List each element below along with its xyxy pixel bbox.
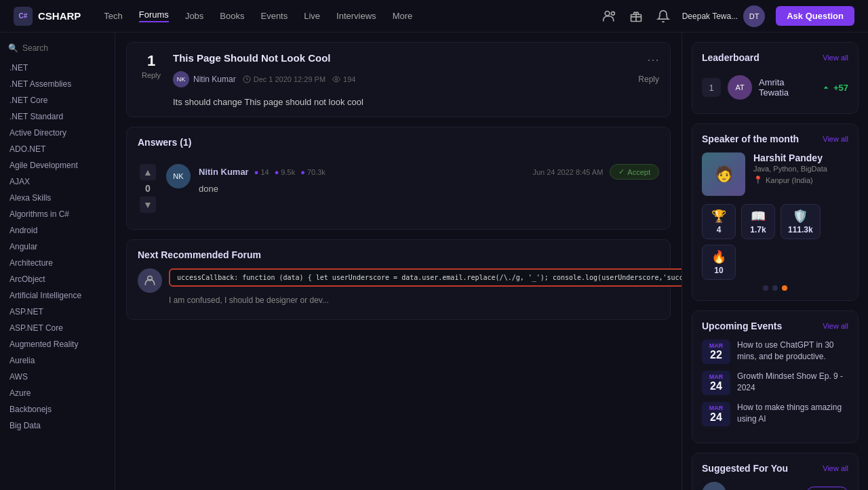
recommended-code[interactable]: uccessCallback: function (data) { let us…	[169, 268, 682, 287]
recommended-section: Next Recommended Forum uccessCallback: f…	[126, 239, 671, 320]
events-view-all[interactable]: View all	[823, 322, 848, 330]
answers-title: Answers (1)	[138, 137, 659, 148]
nav-books[interactable]: Books	[220, 11, 244, 21]
answer-content: Nitin Kumar ● 14 ● 9.5k ● 70.3k Jun 24 2…	[199, 164, 659, 213]
sidebar-item-active-directory[interactable]: Active Directory	[0, 125, 115, 141]
sidebar-item-big-data[interactable]: Big Data	[0, 417, 115, 434]
sidebar-item-ado-net[interactable]: ADO.NET	[0, 141, 115, 157]
question-reply-button[interactable]: Reply	[638, 75, 659, 84]
nav-jobs[interactable]: Jobs	[185, 11, 203, 21]
sidebar-item-aspnet-core[interactable]: ASP.NET Core	[0, 320, 115, 336]
answer-author-name: Nitin Kumar	[199, 167, 249, 177]
stat-views: ● 70.3k	[300, 168, 326, 176]
leaderboard-header: Leaderboard View all	[702, 52, 848, 63]
events-section: Upcoming Events View all MAR 22 How to u…	[692, 310, 859, 443]
sidebar-item-aws[interactable]: AWS	[0, 369, 115, 385]
sidebar-item-android[interactable]: Android	[0, 222, 115, 239]
sidebar-item-ar[interactable]: Augmented Reality	[0, 336, 115, 352]
speaker-badges: 🏆 4 📖 1.7k 🛡️ 111.3k 🔥 10	[702, 204, 848, 280]
vote-label[interactable]: Reply	[142, 71, 161, 79]
sidebar-item-aurelia[interactable]: Aurelia	[0, 352, 115, 369]
speaker-content: 🧑 Harshit Pandey Java, Python, BigData 📍…	[702, 152, 848, 196]
sidebar-item-net-standard[interactable]: .NET Standard	[0, 108, 115, 125]
lb-rank: 1	[702, 78, 721, 97]
sidebar-item-net-assemblies[interactable]: .NET Assemblies	[0, 76, 115, 92]
speaker-location: 📍 Kanpur (India)	[753, 176, 827, 184]
sidebar-item-agile[interactable]: Agile Development	[0, 157, 115, 173]
speaker-title: Speaker of the month	[702, 134, 799, 144]
ask-question-button[interactable]: Ask Question	[776, 6, 854, 26]
events-title: Upcoming Events	[702, 321, 782, 331]
event-text-2: Growth Mindset Show Ep. 9 - 2024	[737, 371, 848, 394]
nav-forums[interactable]: Forums	[139, 9, 169, 22]
speaker-skills: Java, Python, BigData	[753, 165, 827, 173]
accept-button[interactable]: ✓ Accept	[610, 164, 659, 180]
nav-interviews[interactable]: Interviews	[336, 11, 376, 21]
answers-section: Answers (1) ▲ 0 ▼ NK Nitin Kumar ● 14 ● …	[126, 127, 671, 230]
question-author-name: Nitin Kumar	[193, 75, 236, 84]
question-menu-button[interactable]: ⋯	[642, 52, 659, 67]
nav-live[interactable]: Live	[304, 11, 320, 21]
dot-1[interactable]	[763, 285, 768, 291]
answer-header: Nitin Kumar ● 14 ● 9.5k ● 70.3k Jun 24 2…	[199, 164, 659, 180]
nav-more[interactable]: More	[393, 11, 413, 21]
trophy-icon: 🏆	[709, 209, 728, 224]
sidebar-item-azure[interactable]: Azure	[0, 385, 115, 401]
question-title-row: This Page Should Not Look Cool ⋯	[173, 52, 659, 67]
vote-up-button[interactable]: ▲	[140, 164, 156, 180]
lb-name: Amrita Tewatia	[759, 77, 814, 98]
people-icon[interactable]	[601, 8, 617, 24]
sidebar-item-ai[interactable]: Artificial Intelligence	[0, 287, 115, 304]
shield-icon: 🛡️	[788, 209, 813, 224]
sidebar-item-architecture[interactable]: Architecture	[0, 255, 115, 271]
sidebar-item-aspnet[interactable]: ASP.NET	[0, 304, 115, 320]
question-author: NK Nitin Kumar	[173, 71, 236, 87]
nav-tech[interactable]: Tech	[104, 11, 122, 21]
recommended-preview: I am confused, I should be designer or d…	[169, 295, 682, 305]
username: Deepak Tewa...	[682, 12, 738, 21]
nav-events[interactable]: Events	[260, 11, 288, 21]
logo[interactable]: C# CSHARP	[14, 7, 81, 26]
event-text-3: How to make things amazing using AI	[737, 402, 848, 425]
event-date-1: MAR 22	[702, 340, 730, 364]
suggested-view-all[interactable]: View all	[823, 464, 848, 472]
user-info[interactable]: Deepak Tewa... DT	[682, 5, 766, 27]
recommended-bottom: I am confused, I should be designer or d…	[169, 291, 682, 310]
question-views: 194	[332, 75, 355, 83]
question-author-avatar: NK	[173, 71, 189, 87]
leaderboard-view-all[interactable]: View all	[823, 54, 848, 62]
speaker-view-all[interactable]: View all	[823, 135, 848, 143]
dot-2[interactable]	[772, 285, 778, 291]
event-text-1: How to use ChatGPT in 30 mins, and be pr…	[737, 340, 848, 363]
user-avatar: DT	[743, 5, 765, 27]
sidebar-item-algorithms[interactable]: Algorithms in C#	[0, 206, 115, 222]
sidebar-item-angular[interactable]: Angular	[0, 239, 115, 255]
svg-point-4	[336, 79, 338, 81]
question-body-text: Its should change This page should not l…	[138, 97, 659, 107]
search-icon: 🔍	[8, 43, 18, 53]
answer-body: done	[199, 184, 659, 194]
sidebar-item-arcobject[interactable]: ArcObject	[0, 271, 115, 287]
sidebar-item-backbonejs[interactable]: Backbonejs	[0, 401, 115, 417]
badge-books: 📖 1.7k	[741, 204, 775, 239]
bell-icon[interactable]	[655, 8, 671, 24]
follow-button[interactable]: Follow	[806, 487, 848, 490]
event-item-2: MAR 24 Growth Mindset Show Ep. 9 - 2024	[702, 371, 848, 395]
vote-column: 1 Reply	[138, 52, 165, 79]
sidebar-search-container: 🔍	[0, 39, 115, 57]
sidebar-item-alexa[interactable]: Alexa Skills	[0, 190, 115, 206]
answer-vote-count: 0	[145, 183, 151, 194]
gift-icon[interactable]	[628, 8, 644, 24]
dot-3[interactable]	[782, 285, 787, 291]
nav-icons: Deepak Tewa... DT Ask Question	[601, 5, 854, 27]
search-input[interactable]	[22, 43, 106, 53]
main-layout: 🔍 .NET .NET Assemblies .NET Core .NET St…	[0, 33, 868, 490]
question-body-col: This Page Should Not Look Cool ⋯ NK Niti…	[173, 52, 659, 87]
speaker-section: Speaker of the month View all 🧑 Harshit …	[692, 123, 859, 301]
vote-down-button[interactable]: ▼	[140, 197, 156, 213]
sidebar-item-ajax[interactable]: AJAX	[0, 173, 115, 190]
sidebar-item-net[interactable]: .NET	[0, 60, 115, 76]
sidebar-item-net-core[interactable]: .NET Core	[0, 92, 115, 108]
badge-trophies: 🏆 4	[702, 204, 736, 239]
suggested-item-1: TW Test Wallet Follow	[702, 482, 848, 490]
